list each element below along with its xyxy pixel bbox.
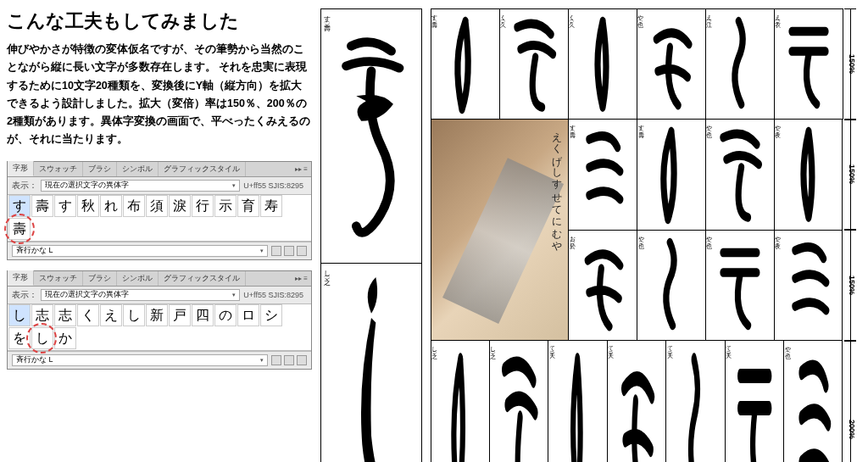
glyph-tag: や（也） — [707, 120, 713, 127]
glyph-cell[interactable]: ロ — [237, 304, 259, 326]
zoom-in-icon[interactable] — [284, 246, 294, 256]
zoom-out-icon[interactable] — [271, 246, 281, 256]
glyph-filter-select[interactable]: 現在の選択文字の異体字 — [41, 180, 240, 192]
glyph-cell[interactable]: 寿 — [260, 195, 282, 217]
glyph-tag: く（久） — [501, 10, 507, 17]
variant-glyph-cell: て（天） — [665, 340, 725, 462]
panel-tab-symbol[interactable]: シンボル — [117, 271, 159, 286]
variant-glyph-cell: や（夜） — [774, 230, 843, 342]
glyph-cell[interactable]: し — [123, 304, 145, 326]
glyph-cell[interactable]: 秋 — [77, 195, 99, 217]
glyph-tag: え（衣） — [776, 10, 782, 17]
panel-tab-symbol[interactable]: シンボル — [117, 162, 159, 176]
panel-tab-swatch[interactable]: スウォッチ — [34, 162, 83, 176]
glyph-cell[interactable]: 志 — [31, 304, 53, 326]
glyph-cell[interactable]: す — [54, 195, 76, 217]
variant-glyph-cell: え（衣） — [774, 8, 843, 120]
zoom-in-icon[interactable] — [284, 355, 294, 365]
scale-label: 150% — [843, 120, 861, 231]
scale-label: 150% — [843, 8, 861, 120]
glyph-cell[interactable]: 四 — [192, 304, 214, 326]
glyph-cell[interactable]: し — [8, 304, 31, 326]
glyph-cell[interactable]: 示 — [214, 195, 236, 217]
glyph-tag: て（天） — [667, 342, 673, 348]
variant-glyph-cell: え（江） — [705, 8, 775, 120]
glyph-cell[interactable]: れ — [100, 195, 122, 217]
glyph-tag: す（壽） — [570, 120, 576, 127]
glyph-filter-select[interactable]: 現在の選択文字の異体字 — [41, 289, 240, 301]
trash-icon[interactable] — [297, 355, 307, 365]
glyph-tag: や（夜） — [776, 120, 782, 127]
glyph-cell[interactable]: か — [54, 327, 76, 349]
panel-tab-gfxstyle[interactable]: グラフィックスタイル — [159, 162, 246, 176]
panel-collapse-icon[interactable]: ▸▸ ≡ — [292, 165, 311, 173]
panel-tab-brush[interactable]: ブラシ — [83, 271, 117, 286]
page-heading: こんな工夫もしてみました — [7, 8, 312, 34]
font-select[interactable]: 斉行かな L — [12, 245, 268, 257]
glyph-tag: や（也） — [707, 231, 713, 238]
glyph-tag: や（也） — [638, 10, 644, 17]
glyph-cell[interactable]: す — [8, 195, 31, 217]
glyph-tag: し（之） — [432, 342, 438, 348]
variant-glyph-cell: て（天） — [725, 340, 784, 462]
photo-caption: えくげしす せてにむや — [550, 125, 564, 246]
glyph-cell[interactable]: シ — [260, 304, 282, 326]
trash-icon[interactable] — [297, 246, 307, 256]
glyph-cell[interactable]: 壽 — [8, 218, 31, 240]
glyph-cell[interactable]: 壽 — [31, 195, 53, 217]
sample-glyph-su: す（壽） — [320, 8, 422, 264]
glyph-cell[interactable]: 新 — [146, 304, 168, 326]
panel-tab-gfxstyle[interactable]: グラフィックスタイル — [159, 271, 246, 286]
glyph-cell[interactable]: 須 — [146, 195, 168, 217]
glyph-tag: て（天） — [726, 342, 732, 348]
variant-glyph-cell: や（夜） — [774, 119, 843, 231]
zoom-out-icon[interactable] — [271, 355, 281, 365]
glyph-cell[interactable]: 布 — [123, 195, 145, 217]
glyph-cell[interactable]: く — [77, 304, 99, 326]
panel-tab-glyph[interactable]: 字形 — [8, 161, 34, 176]
panel-collapse-icon[interactable]: ▸▸ ≡ — [292, 275, 311, 282]
font-select[interactable]: 斉行かな L — [12, 354, 268, 366]
glyphs-panel-1: 字形 スウォッチ ブラシ シンボル グラフィックスタイル ▸▸ ≡ 表示： 現在… — [7, 161, 312, 260]
glyph-cell[interactable]: 戸 — [169, 304, 191, 326]
panel-tab-glyph[interactable]: 字形 — [8, 270, 34, 286]
glyphs-panel-2: 字形 スウォッチ ブラシ シンボル グラフィックスタイル ▸▸ ≡ 表示： 現在… — [7, 270, 312, 370]
show-label: 表示： — [12, 180, 37, 192]
scale-label: 150% — [843, 230, 861, 341]
glyph-grid-2: し志志くえし新戸四のロシをしか — [8, 303, 311, 351]
variant-glyph-cell: す（壽） — [568, 119, 637, 231]
glyph-grid-1: す壽す秋れ布須淚行示育寿壽 — [8, 194, 311, 242]
panel-tab-swatch[interactable]: スウォッチ — [34, 271, 83, 286]
variant-glyph-cell: く（久） — [568, 8, 637, 120]
glyph-cell[interactable]: を — [8, 327, 31, 349]
variant-glyph-cell: し（之） — [431, 340, 490, 462]
sample-glyph-shi: し（之） — [320, 264, 422, 462]
glyph-cell[interactable]: 志 — [54, 304, 76, 326]
variant-glyph-cell: て（天） — [548, 340, 607, 462]
glyph-tag: て（天） — [549, 342, 555, 348]
variant-glyph-cell: や（也） — [705, 230, 775, 342]
variant-glyph-cell: や（也） — [637, 8, 706, 120]
glyph-cell[interactable]: 育 — [237, 195, 259, 217]
glyph-cell[interactable]: 淚 — [169, 195, 191, 217]
glyph-tag: す（壽） — [638, 120, 644, 127]
variant-glyph-cell: お（於） — [568, 230, 637, 342]
glyph-cell[interactable]: え — [100, 304, 122, 326]
variant-glyph-cell: や（也） — [637, 230, 706, 342]
glyph-tag: や（夜） — [776, 231, 782, 238]
panel-tab-brush[interactable]: ブラシ — [83, 162, 117, 176]
body-paragraph: 伸びやかさが特徴の変体仮名ですが、その筆勢から当然のことながら縦に長い文字が多数… — [7, 41, 312, 149]
scale-label: 200% — [843, 341, 861, 462]
variant-glyph-cell: し（之） — [489, 340, 548, 462]
variant-glyph-cell: や（也） — [783, 340, 843, 462]
sushi-photo: えくげしす せてにむや — [431, 119, 570, 341]
glyph-tag: て（天） — [609, 342, 615, 348]
glyph-cell[interactable]: し — [31, 327, 53, 349]
glyph-tag: す（壽） — [323, 11, 330, 19]
glyph-cell[interactable]: の — [214, 304, 236, 326]
glyph-tag: し（之） — [491, 342, 497, 348]
glyph-tag: お（於） — [570, 231, 576, 238]
glyph-cell[interactable]: 行 — [192, 195, 214, 217]
glyph-tag: す（壽） — [432, 10, 438, 17]
glyph-tag: し（之） — [323, 265, 330, 273]
